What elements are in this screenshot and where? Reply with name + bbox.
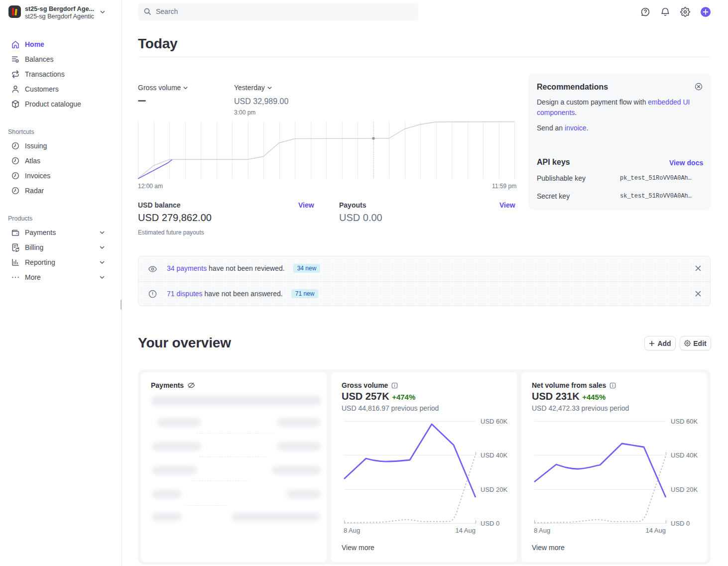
svg-text:14 Aug: 14 Aug xyxy=(456,527,476,534)
svg-text:USD 40K: USD 40K xyxy=(481,452,508,459)
svg-text:USD 0: USD 0 xyxy=(481,520,499,527)
svg-text:8 Aug: 8 Aug xyxy=(344,527,360,534)
svg-text:USD 20K: USD 20K xyxy=(671,486,698,493)
svg-text:14 Aug: 14 Aug xyxy=(646,527,666,534)
svg-text:USD 20K: USD 20K xyxy=(481,486,508,493)
svg-text:USD 40K: USD 40K xyxy=(671,452,698,459)
svg-text:8 Aug: 8 Aug xyxy=(534,527,550,534)
svg-text:USD 0: USD 0 xyxy=(671,520,690,527)
svg-text:USD 60K: USD 60K xyxy=(481,418,508,425)
svg-text:USD 60K: USD 60K xyxy=(671,418,698,425)
